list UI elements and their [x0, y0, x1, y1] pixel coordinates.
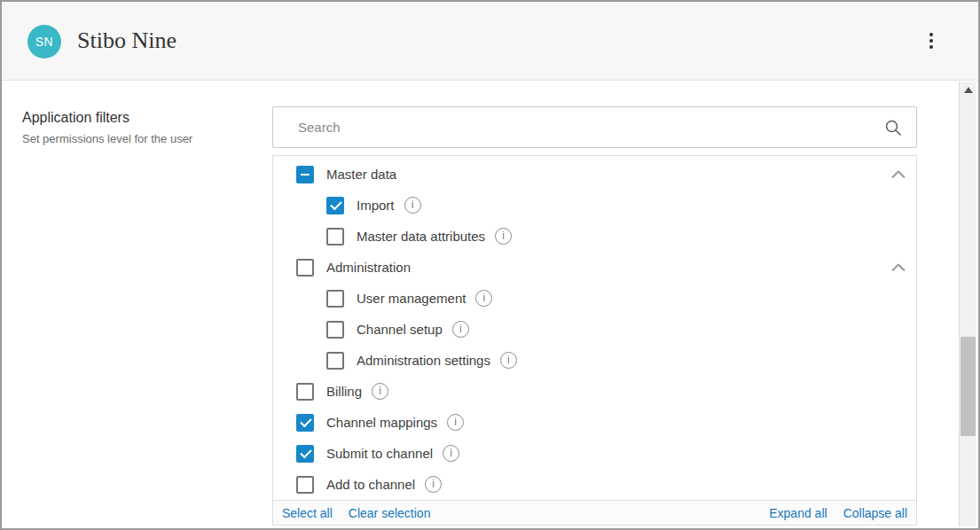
info-icon[interactable]: i	[495, 228, 512, 245]
clear-selection-link[interactable]: Clear selection	[349, 506, 431, 520]
chevron-up-icon[interactable]	[888, 260, 909, 275]
filters-descriptor: Application filters Set permissions leve…	[22, 110, 253, 145]
info-icon[interactable]: i	[447, 414, 464, 431]
info-icon[interactable]: i	[372, 383, 388, 400]
checkbox[interactable]	[296, 383, 314, 401]
checkbox[interactable]	[326, 197, 344, 214]
select-all-link[interactable]: Select all	[282, 506, 333, 520]
tree-row[interactable]: User management i	[273, 283, 916, 314]
info-icon[interactable]: i	[425, 476, 442, 493]
info-icon[interactable]: i	[452, 321, 469, 338]
tree-item-label: Add to channel	[326, 477, 415, 492]
scrollbar-thumb[interactable]	[960, 337, 976, 436]
collapse-all-link[interactable]: Collapse all	[843, 506, 907, 520]
permissions-tree-panel: Master data Import i Master data attribu…	[272, 155, 917, 526]
tree-list: Master data Import i Master data attribu…	[273, 156, 916, 500]
info-icon[interactable]: i	[475, 290, 492, 307]
kebab-menu-icon[interactable]	[922, 27, 940, 54]
tree-row[interactable]: Administration	[273, 252, 916, 283]
app-header: SN Stibo Nine	[2, 2, 978, 81]
tree-row[interactable]: Channel mappings i	[273, 407, 916, 438]
tree-item-label: Administration	[326, 260, 411, 275]
filters-title: Application filters	[22, 110, 253, 126]
checkbox[interactable]	[326, 290, 344, 308]
tree-row[interactable]: Master data	[273, 159, 916, 190]
checkbox[interactable]	[296, 476, 314, 494]
search-box	[272, 106, 917, 148]
tree-item-label: User management	[357, 291, 466, 306]
avatar: SN	[27, 25, 61, 58]
checkbox[interactable]	[296, 166, 314, 183]
tree-item-label: Master data attributes	[357, 229, 485, 244]
scroll-up-icon[interactable]	[960, 82, 976, 97]
tree-item-label: Import	[357, 198, 395, 213]
tree-row[interactable]: Billing i	[273, 376, 916, 407]
tree-item-label: Master data	[326, 167, 396, 182]
info-icon[interactable]: i	[443, 445, 459, 462]
expand-all-link[interactable]: Expand all	[769, 506, 827, 520]
search-input[interactable]	[273, 107, 884, 147]
tree-footer: Select all Clear selection Expand all Co…	[273, 500, 916, 525]
vertical-scrollbar[interactable]	[959, 82, 976, 526]
checkbox[interactable]	[326, 352, 344, 370]
tree-row[interactable]: Import i	[273, 190, 916, 221]
tree-item-label: Administration settings	[357, 353, 490, 368]
app-window: SN Stibo Nine Application filters Set pe…	[0, 0, 980, 530]
tree-row[interactable]: Submit to channel i	[273, 438, 916, 469]
tree-item-label: Billing	[326, 384, 362, 399]
tree-row[interactable]: Add to channel i	[273, 469, 916, 500]
checkbox[interactable]	[326, 321, 344, 339]
search-icon[interactable]	[884, 119, 902, 136]
chevron-up-icon[interactable]	[888, 167, 909, 182]
checkbox[interactable]	[296, 414, 314, 432]
checkbox[interactable]	[296, 445, 314, 463]
page-title: Stibo Nine	[77, 27, 176, 54]
tree-row[interactable]: Master data attributes i	[273, 221, 916, 252]
tree-item-label: Channel mappings	[326, 415, 437, 430]
info-icon[interactable]: i	[404, 197, 421, 214]
tree-row[interactable]: Channel setup i	[273, 314, 916, 345]
tree-item-label: Channel setup	[357, 322, 443, 337]
tree-row[interactable]: Administration settings i	[273, 345, 916, 376]
info-icon[interactable]: i	[500, 352, 517, 369]
filters-subtitle: Set permissions level for the user	[22, 132, 253, 145]
checkbox[interactable]	[296, 259, 314, 277]
tree-item-label: Submit to channel	[326, 446, 433, 461]
checkbox[interactable]	[326, 228, 344, 246]
